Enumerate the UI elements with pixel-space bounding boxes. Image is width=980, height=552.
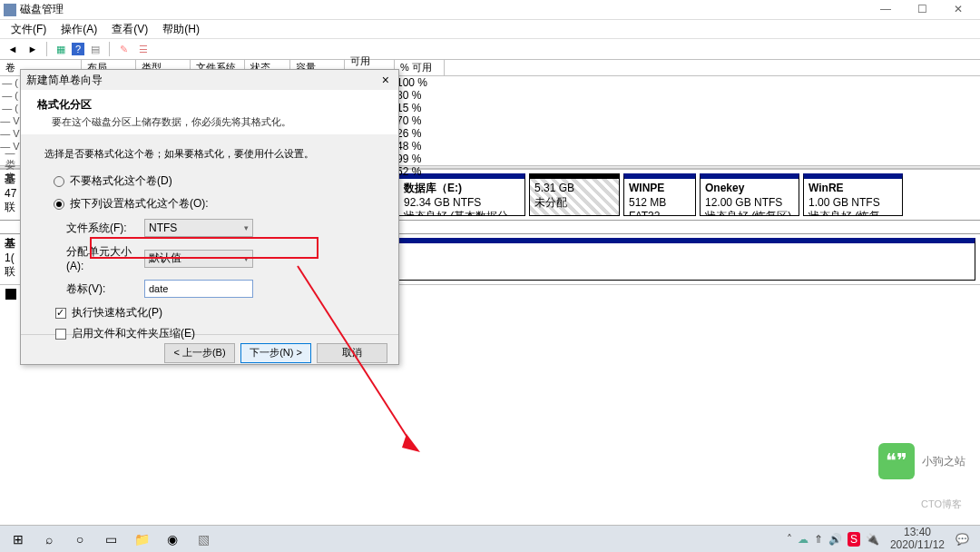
menu-file[interactable]: 文件(F) (5, 20, 52, 39)
wizard-close-icon[interactable]: × (378, 73, 393, 87)
taskview-icon[interactable]: ▭ (96, 527, 125, 552)
taskbar: ⊞ ⌕ ○ ▭ 📁 ◉ ▧ ˄ ☁ ⇑ 🔊 S 🔌 13:40 2020/11/… (0, 525, 980, 552)
start-icon[interactable]: ⊞ (4, 527, 33, 552)
cortana-icon[interactable]: ○ (65, 527, 94, 552)
window-title: 磁盘管理 (20, 2, 64, 17)
watermark-sub: CTO博客 (921, 498, 962, 511)
cancel-button[interactable]: 取消 (317, 343, 387, 363)
fs-select[interactable]: NTFS▾ (144, 219, 253, 237)
forward-icon[interactable]: ► (24, 41, 42, 57)
back-button[interactable]: < 上一步(B) (164, 343, 235, 363)
notification-icon[interactable]: 💬 (956, 533, 969, 546)
compress-checkbox[interactable] (55, 329, 66, 340)
menubar: 文件(F) 操作(A) 查看(V) 帮助(H) (0, 20, 980, 38)
wechat-icon: ❝❞ (878, 443, 915, 479)
detail-icon[interactable]: ▤ (86, 41, 104, 57)
window-titlebar: 磁盘管理 — ☐ ✕ (0, 0, 980, 20)
battery-icon[interactable]: 🔌 (866, 533, 879, 546)
ime-icon[interactable]: S (848, 532, 860, 547)
tray-up-icon[interactable]: ˄ (787, 533, 792, 546)
menu-view[interactable]: 查看(V) (106, 20, 153, 39)
radio-no-format[interactable] (54, 176, 64, 187)
col-pct[interactable]: % 可用 (395, 60, 445, 75)
wizard-titlebar[interactable]: 新建简单卷向导 × (21, 70, 398, 90)
partition[interactable]: 数据库（E:)92.34 GB NTFS状态良好 (基本数据分区) (398, 173, 525, 216)
partition[interactable]: WinRE1.00 GB NTFS状态良好 (恢复分！ (803, 173, 903, 216)
legend-unalloc-swatch (5, 289, 16, 300)
wizard-header: 格式化分区 要在这个磁盘分区上储存数据，你必须先将其格式化。 (21, 90, 398, 134)
wifi-icon[interactable]: ⇑ (814, 533, 823, 546)
partition[interactable] (395, 238, 975, 281)
minimize-button[interactable]: — (867, 0, 904, 20)
diskmgmt-icon[interactable]: ▧ (189, 527, 218, 552)
wizard-heading: 格式化分区 (37, 97, 382, 113)
app-icon (4, 4, 16, 16)
wizard-subheading: 要在这个磁盘分区上储存数据，你必须先将其格式化。 (37, 115, 382, 129)
maximize-button[interactable]: ☐ (904, 0, 940, 20)
clock[interactable]: 13:40 2020/11/12 (885, 527, 950, 550)
search-icon[interactable]: ⌕ (34, 527, 64, 552)
help-icon[interactable]: ✎ (114, 41, 132, 57)
wizard-desc: 选择是否要格式化这个卷；如果要格式化，要使用什么设置。 (44, 147, 375, 161)
radio-format[interactable] (54, 199, 64, 210)
wizard-title: 新建简单卷向导 (26, 73, 378, 88)
prop-icon[interactable]: ☰ (134, 41, 152, 57)
sound-icon[interactable]: 🔊 (828, 533, 842, 546)
menu-action[interactable]: 操作(A) (55, 20, 103, 39)
svg-marker-1 (402, 434, 420, 452)
quick-format-checkbox[interactable] (55, 308, 66, 319)
watermark: ❝❞ 小驹之站 (878, 443, 965, 479)
view-icon[interactable]: ? (72, 43, 84, 55)
toolbar: ◄ ► ▦ ? ▤ ✎ ☰ (0, 38, 980, 60)
vol-label: 卷标(V): (44, 281, 144, 297)
close-button[interactable]: ✕ (940, 0, 976, 20)
refresh-icon[interactable]: ▦ (52, 41, 70, 57)
volume-label-input[interactable] (144, 280, 253, 298)
partition[interactable]: WINPE512 MB FAT32状态良好 (恢复 (623, 173, 696, 216)
menu-help[interactable]: 帮助(H) (157, 20, 205, 39)
chevron-down-icon: ▾ (244, 254, 249, 263)
tray: ˄ ☁ ⇑ 🔊 S 🔌 13:40 2020/11/12 💬 (787, 527, 976, 550)
chrome-icon[interactable]: ◉ (158, 527, 187, 552)
new-volume-wizard: 新建简单卷向导 × 格式化分区 要在这个磁盘分区上储存数据，你必须先将其格式化。… (20, 69, 399, 365)
partition[interactable]: 5.31 GB未分配 (529, 173, 620, 216)
wizard-body: 选择是否要格式化这个卷；如果要格式化，要使用什么设置。 不要格式化这个卷(D) … (21, 134, 398, 334)
chevron-down-icon: ▾ (244, 223, 249, 232)
next-button[interactable]: 下一步(N) > (240, 343, 311, 363)
cloud-icon[interactable]: ☁ (798, 533, 808, 546)
alloc-select[interactable]: 默认值▾ (144, 250, 253, 268)
partition[interactable]: Onekey12.00 GB NTFS状态良好 (恢复区) (700, 173, 799, 216)
explorer-icon[interactable]: 📁 (127, 527, 156, 552)
back-icon[interactable]: ◄ (4, 41, 22, 57)
fs-label: 文件系统(F): (44, 221, 144, 236)
alloc-label: 分配单元大小(A): (44, 244, 144, 272)
